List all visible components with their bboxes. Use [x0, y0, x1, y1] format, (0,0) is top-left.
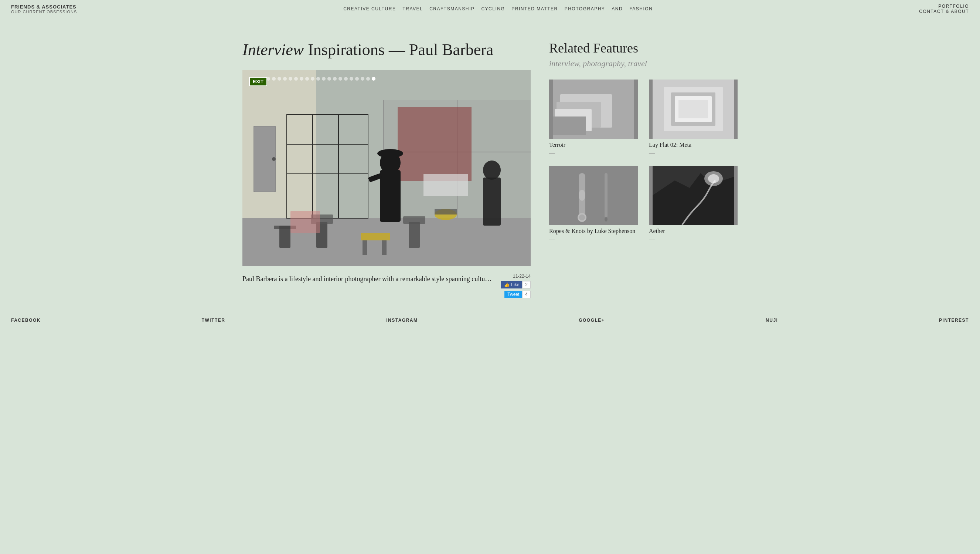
svg-point-47: [579, 190, 585, 201]
like-label[interactable]: 👍 Like: [501, 281, 522, 289]
related-image-layflat: [649, 80, 738, 139]
svg-rect-17: [380, 170, 401, 222]
brand-name: FRIENDS & ASSOCIATES: [11, 4, 77, 10]
social-facebook[interactable]: FACEBOOK: [11, 318, 41, 323]
facebook-like-button[interactable]: 👍 Like 2: [501, 281, 531, 289]
svg-point-34: [272, 157, 276, 161]
tweet-label[interactable]: Tweet: [504, 291, 522, 298]
article-title-rest: Inspirations — Paul Barbera: [304, 41, 493, 59]
svg-rect-10: [434, 209, 457, 214]
slideshow-dot-20[interactable]: [361, 77, 364, 81]
svg-rect-28: [361, 233, 390, 240]
slideshow-dot-6[interactable]: [283, 77, 287, 81]
svg-rect-8: [423, 174, 468, 196]
slideshow-dot-13[interactable]: [322, 77, 326, 81]
related-item-title-aether: Aether: [649, 228, 738, 235]
slideshow-dot-21[interactable]: [366, 77, 370, 81]
slideshow-dot-22[interactable]: [372, 77, 375, 81]
article-text: Paul Barbera is a lifestyle and interior…: [242, 274, 501, 284]
related-item-dash-layflat: —: [649, 150, 738, 156]
svg-point-49: [605, 217, 608, 222]
site-header: FRIENDS & ASSOCIATES OUR CURRENT OBSESSI…: [0, 0, 980, 18]
slideshow-dot-7[interactable]: [289, 77, 292, 81]
nav-and[interactable]: AND: [612, 6, 623, 11]
svg-rect-48: [605, 173, 608, 217]
nav-cycling[interactable]: CYCLING: [481, 6, 505, 11]
slideshow-dot-12[interactable]: [316, 77, 320, 81]
svg-rect-26: [409, 222, 420, 248]
slideshow-dot-17[interactable]: [344, 77, 348, 81]
svg-rect-7: [398, 107, 471, 181]
svg-rect-27: [403, 216, 425, 224]
related-grid: Terroir — Lay Flat 02: Meta —: [549, 80, 738, 243]
nav-fashion[interactable]: FASHION: [629, 6, 652, 11]
svg-rect-21: [483, 177, 501, 225]
tagline: OUR CURRENT OBSESSIONS: [11, 10, 77, 14]
slideshow-image: [242, 70, 531, 266]
related-item-ropes[interactable]: Ropes & Knots by Luke Stephenson —: [549, 166, 638, 243]
nav-creative-culture[interactable]: CREATIVE CULTURE: [343, 6, 396, 11]
nav-travel[interactable]: TRAVEL: [402, 6, 423, 11]
slideshow-dot-5[interactable]: [277, 77, 281, 81]
tweet-button[interactable]: Tweet 4: [504, 291, 531, 298]
slideshow-dot-15[interactable]: [333, 77, 337, 81]
social-nuji[interactable]: NUJI: [766, 318, 778, 323]
svg-rect-31: [290, 211, 320, 233]
related-item-title-layflat: Lay Flat 02: Meta: [649, 142, 738, 148]
social-google-plus[interactable]: GOOGLE+: [579, 318, 605, 323]
slideshow-dot-19[interactable]: [355, 77, 359, 81]
svg-rect-30: [382, 240, 387, 255]
svg-point-55: [708, 174, 719, 183]
related-item-title-terroir: Terroir: [549, 142, 638, 148]
slideshow-dot-14[interactable]: [328, 77, 331, 81]
article-column: Interview Inspirations — Paul Barbera EX…: [242, 40, 531, 298]
social-row: Paul Barbera is a lifestyle and interior…: [242, 274, 531, 298]
social-twitter[interactable]: TWITTER: [202, 318, 226, 323]
nav-printed-matter[interactable]: PRINTED MATTER: [511, 6, 558, 11]
article-title-italic: Interview: [242, 41, 304, 59]
related-item-title-ropes: Ropes & Knots by Luke Stephenson: [549, 228, 638, 235]
slideshow[interactable]: EXIT: [242, 70, 531, 266]
related-image-terroir: [549, 80, 638, 139]
main-nav: CREATIVE CULTURE TRAVEL CRAFTSMANSHIP CY…: [343, 6, 652, 11]
slideshow-dot-8[interactable]: [294, 77, 298, 81]
svg-point-18: [377, 149, 403, 158]
nav-craftsmanship[interactable]: CRAFTSMANSHIP: [430, 6, 474, 11]
article-title: Interview Inspirations — Paul Barbera: [242, 40, 531, 59]
contact-link[interactable]: CONTACT & ABOUT: [919, 9, 969, 14]
related-item-terroir[interactable]: Terroir —: [549, 80, 638, 156]
header-right-links: PORTFOLIO CONTACT & ABOUT: [919, 4, 969, 14]
article-description: Paul Barbera is a lifestyle and interior…: [242, 274, 531, 298]
related-item-dash-aether: —: [649, 236, 738, 243]
social-footer: FACEBOOK TWITTER INSTAGRAM GOOGLE+ NUJI …: [0, 313, 980, 327]
slideshow-dot-4[interactable]: [272, 77, 276, 81]
social-instagram[interactable]: INSTAGRAM: [386, 318, 418, 323]
svg-rect-44: [678, 100, 708, 118]
slideshow-dots: [250, 77, 375, 81]
related-image-ropes: [549, 166, 638, 225]
svg-point-20: [483, 161, 501, 180]
related-item-dash-terroir: —: [549, 150, 638, 156]
svg-rect-29: [363, 240, 367, 255]
related-item-aether[interactable]: Aether —: [649, 166, 738, 243]
portfolio-link[interactable]: PORTFOLIO: [938, 4, 969, 9]
slideshow-dot-11[interactable]: [311, 77, 315, 81]
svg-rect-39: [553, 117, 586, 135]
tweet-count: 4: [522, 291, 531, 298]
svg-rect-33: [254, 126, 275, 192]
related-column: Related Features interview, photography,…: [549, 40, 738, 298]
slideshow-dot-16[interactable]: [339, 77, 342, 81]
slideshow-dot-10[interactable]: [305, 77, 309, 81]
related-item-layflat[interactable]: Lay Flat 02: Meta —: [649, 80, 738, 156]
exit-sign: EXIT: [249, 77, 267, 86]
nav-photography[interactable]: PHOTOGRAPHY: [565, 6, 605, 11]
date-like-row: 11-22-14 👍 Like 2 Tweet 4: [501, 274, 531, 298]
brand-block: FRIENDS & ASSOCIATES OUR CURRENT OBSESSI…: [11, 4, 77, 14]
related-tags: interview, photography, travel: [549, 59, 738, 69]
related-item-dash-ropes: —: [549, 236, 638, 243]
main-content: Interview Inspirations — Paul Barbera EX…: [231, 18, 749, 313]
like-count: 2: [522, 281, 531, 289]
slideshow-dot-9[interactable]: [300, 77, 303, 81]
social-pinterest[interactable]: PINTEREST: [939, 318, 969, 323]
slideshow-dot-18[interactable]: [350, 77, 353, 81]
